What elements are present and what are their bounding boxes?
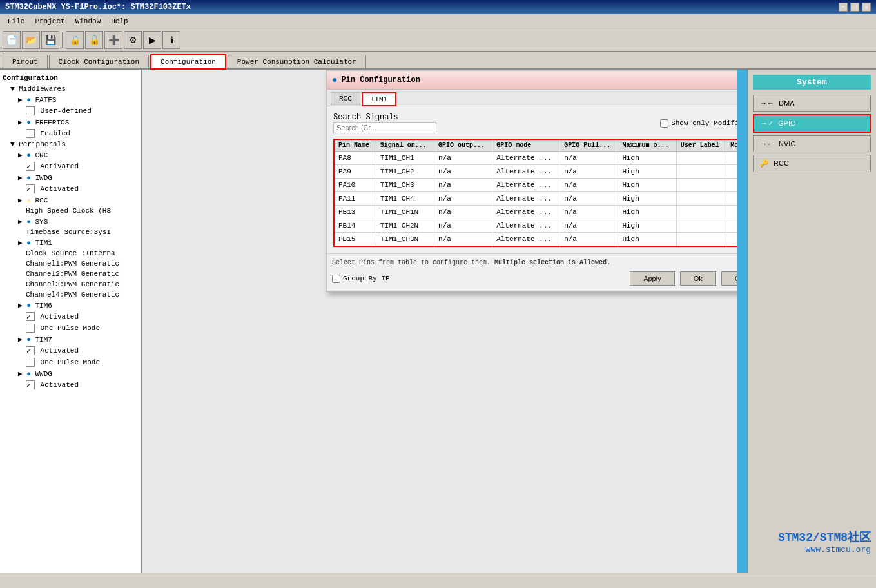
left-panel: Configuration ▼ Middlewares ▶ ● FATFS Us… <box>0 70 142 573</box>
cell-signal: TIM1_CH1N <box>376 206 434 219</box>
maximize-button[interactable]: □ <box>850 3 859 12</box>
menu-file[interactable]: File <box>3 16 30 26</box>
cell-gpio-pull: n/a <box>560 206 618 219</box>
tree-tim6[interactable]: ▶ ● TIM6 <box>0 300 141 311</box>
cell-pin-name: PA9 <box>334 165 376 179</box>
main-area: Configuration ▼ Middlewares ▶ ● FATFS Us… <box>0 70 876 573</box>
apply-button[interactable]: Apply <box>630 271 675 286</box>
tree-tim6-activated[interactable]: ✓ Activated <box>0 311 141 322</box>
section-peripherals: ▼ Peripherals <box>0 139 141 150</box>
nvic-button[interactable]: →← NVIC <box>753 135 871 152</box>
tree-tim7[interactable]: ▶ ● TIM7 <box>0 334 141 345</box>
footer-hint-bold: Multiple selection is Allowed. <box>494 259 610 266</box>
right-panel: ● Pin Configuration ✕ RCC TIM1 Search Si… <box>142 70 876 573</box>
tree-tim7-onepulse[interactable]: One Pulse Mode <box>0 357 141 368</box>
dialog-tab-tim1[interactable]: TIM1 <box>362 92 396 106</box>
search-section: Search Signals <box>333 113 436 133</box>
toolbar-btn-4[interactable]: 🔒 <box>66 31 84 49</box>
cell-gpio-pull: n/a <box>560 152 618 165</box>
tree-crc-activated[interactable]: ✓ Activated <box>0 161 141 172</box>
new-button[interactable]: 📄 <box>3 31 21 49</box>
tree-sys[interactable]: ▶ ● SYS <box>0 216 141 227</box>
cell-gpio-pull: n/a <box>560 233 618 247</box>
rcc-button[interactable]: 🔑 RCC <box>753 155 871 172</box>
tree-fatfs-userdefined[interactable]: User-defined <box>0 105 141 117</box>
cell-gpio-pull: n/a <box>560 165 618 179</box>
tree-freertos-enabled[interactable]: Enabled <box>0 128 141 139</box>
tree-tim1[interactable]: ▶ ● TIM1 <box>0 237 141 248</box>
dma-label: DMA <box>779 99 794 107</box>
cell-gpio-out: n/a <box>434 192 492 206</box>
toolbar-btn-5[interactable]: 🔓 <box>85 31 103 49</box>
tree-tim1-ch3: Channel3:PWM Generatic <box>0 279 141 289</box>
footer-buttons: Group By IP Apply Ok Cancel <box>332 271 770 286</box>
tab-power[interactable]: Power Consumption Calculator <box>228 55 366 68</box>
toolbar-btn-7[interactable]: ⚙ <box>124 31 142 49</box>
cell-max-out: High <box>618 192 676 206</box>
dialog-title-text: Pin Configuration <box>341 75 420 84</box>
cell-gpio-mode: Alternate ... <box>492 219 560 233</box>
open-button[interactable]: 📂 <box>22 31 40 49</box>
menu-window[interactable]: Window <box>70 16 106 26</box>
tab-clock[interactable]: Clock Configuration <box>49 55 149 68</box>
cell-user-label <box>676 219 726 233</box>
minimize-button[interactable]: ─ <box>839 3 848 12</box>
table-row[interactable]: PA8 TIM1_CH1 n/a Alternate ... n/a High <box>334 152 768 165</box>
section-middlewares: ▼ Middlewares <box>0 84 141 94</box>
window-controls[interactable]: ─ □ ✕ <box>839 3 871 12</box>
tree-fatfs[interactable]: ▶ ● FATFS <box>0 94 141 105</box>
tree-wwdg[interactable]: ▶ ● WWDG <box>0 368 141 379</box>
tree-tim1-ch1: Channel1:PWM Generatic <box>0 259 141 269</box>
tree-rcc[interactable]: ▶ ⚠ RCC <box>0 195 141 206</box>
cell-gpio-mode: Alternate ... <box>492 192 560 206</box>
group-by-checkbox[interactable] <box>332 275 340 283</box>
tree-tim7-activated[interactable]: ✓ Activated <box>0 345 141 357</box>
section-configuration: Configuration <box>0 72 141 84</box>
cell-max-out: High <box>618 219 676 233</box>
tree-crc[interactable]: ▶ ● CRC <box>0 150 141 161</box>
gpio-button[interactable]: →✓ GPIO <box>753 114 871 133</box>
dma-icon: →← <box>760 99 774 107</box>
toolbar-btn-6[interactable]: ➕ <box>104 31 122 49</box>
tab-configuration[interactable]: Configuration <box>150 54 226 70</box>
table-row[interactable]: PA11 TIM1_CH4 n/a Alternate ... n/a High <box>334 192 768 206</box>
toolbar: 📄 📂 💾 🔒 🔓 ➕ ⚙ ▶ ℹ <box>0 28 876 52</box>
cell-gpio-out: n/a <box>434 219 492 233</box>
table-row[interactable]: PB15 TIM1_CH3N n/a Alternate ... n/a Hig… <box>334 233 768 247</box>
menu-project[interactable]: Project <box>30 16 70 26</box>
cell-max-out: High <box>618 233 676 247</box>
cell-gpio-mode: Alternate ... <box>492 165 560 179</box>
toolbar-btn-8[interactable]: ▶ <box>143 31 161 49</box>
col-max-out: Maximum o... <box>618 139 676 152</box>
tree-iwdg[interactable]: ▶ ● IWDG <box>0 172 141 183</box>
dialog-tab-rcc[interactable]: RCC <box>331 92 360 106</box>
search-input[interactable] <box>333 122 436 133</box>
rcc-icon: 🔑 <box>760 159 769 168</box>
tree-iwdg-activated[interactable]: ✓ Activated <box>0 183 141 195</box>
close-button[interactable]: ✕ <box>862 3 871 12</box>
tab-pinout[interactable]: Pinout <box>3 55 48 68</box>
ok-button[interactable]: Ok <box>680 271 716 286</box>
tree-tim6-onepulse[interactable]: One Pulse Mode <box>0 322 141 334</box>
gpio-label: GPIO <box>778 119 796 127</box>
menu-help[interactable]: Help <box>106 16 133 26</box>
col-signal: Signal on... <box>376 139 434 152</box>
dma-button[interactable]: →← DMA <box>753 95 871 112</box>
table-row[interactable]: PB13 TIM1_CH1N n/a Alternate ... n/a Hig… <box>334 206 768 219</box>
col-gpio-pull: GPIO Pull... <box>560 139 618 152</box>
save-button[interactable]: 💾 <box>41 31 59 49</box>
dialog-titlebar: ● Pin Configuration ✕ <box>327 71 775 90</box>
table-row[interactable]: PB14 TIM1_CH2N n/a Alternate ... n/a Hig… <box>334 219 768 233</box>
search-label: Search Signals <box>333 113 436 122</box>
toolbar-btn-9[interactable]: ℹ <box>162 31 180 49</box>
tree-freertos[interactable]: ▶ ● FREERTOS <box>0 117 141 128</box>
cell-gpio-out: n/a <box>434 179 492 192</box>
col-pin-name: Pin Name <box>334 139 376 152</box>
title-text: STM32CubeMX YS-F1Pro.ioc*: STM32F103ZETx <box>5 3 191 12</box>
pin-table-body: PA8 TIM1_CH1 n/a Alternate ... n/a High … <box>334 152 768 247</box>
show-modified-checkbox[interactable] <box>660 119 668 128</box>
cell-max-out: High <box>618 206 676 219</box>
tree-wwdg-activated[interactable]: ✓ Activated <box>0 379 141 391</box>
table-row[interactable]: PA9 TIM1_CH2 n/a Alternate ... n/a High <box>334 165 768 179</box>
table-row[interactable]: PA10 TIM1_CH3 n/a Alternate ... n/a High <box>334 179 768 192</box>
